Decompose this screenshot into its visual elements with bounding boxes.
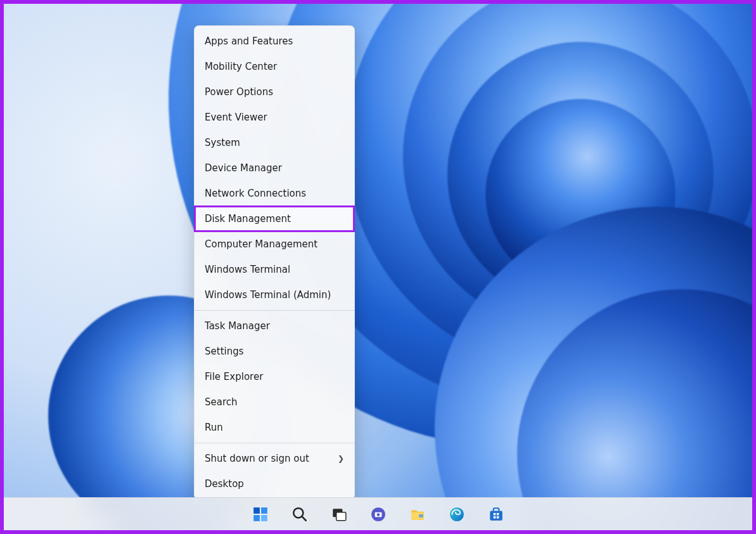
menu-separator	[195, 310, 354, 311]
folder-icon	[409, 506, 426, 523]
microsoft-store-button[interactable]	[482, 502, 510, 527]
svg-line-5	[302, 516, 305, 520]
menu-item-mobility-center[interactable]: Mobility Center	[195, 54, 354, 79]
svg-rect-3	[261, 515, 267, 521]
store-icon	[488, 506, 504, 523]
menu-item-label: Run	[205, 420, 223, 434]
menu-item-label: Windows Terminal (Admin)	[205, 288, 331, 302]
svg-rect-2	[253, 515, 260, 521]
menu-item-label: Event Viewer	[205, 110, 267, 124]
menu-item-label: Shut down or sign out	[205, 452, 309, 466]
chevron-right-icon: ❯	[338, 452, 344, 466]
start-button[interactable]	[247, 502, 274, 527]
winx-context-menu: Apps and Features Mobility Center Power …	[194, 25, 355, 500]
taskbar	[4, 497, 752, 530]
menu-item-file-explorer[interactable]: File Explorer	[195, 364, 354, 389]
menu-item-label: File Explorer	[205, 370, 263, 384]
windows-logo-icon	[252, 506, 269, 523]
menu-item-network-connections[interactable]: Network Connections	[195, 181, 354, 206]
menu-item-label: Power Options	[205, 85, 273, 99]
svg-rect-14	[493, 512, 496, 515]
svg-rect-0	[253, 507, 260, 514]
menu-item-settings[interactable]: Settings	[195, 339, 354, 364]
menu-item-label: Computer Management	[205, 237, 317, 251]
screenshot-frame: Apps and Features Mobility Center Power …	[0, 0, 756, 534]
svg-rect-15	[496, 512, 499, 515]
task-view-icon	[331, 506, 347, 523]
menu-item-disk-management[interactable]: Disk Management	[195, 206, 354, 231]
edge-button[interactable]	[443, 502, 471, 527]
svg-rect-1	[261, 507, 267, 514]
chat-button[interactable]	[364, 502, 392, 527]
menu-item-computer-management[interactable]: Computer Management	[195, 231, 354, 257]
menu-item-label: Disk Management	[205, 212, 291, 226]
menu-item-event-viewer[interactable]: Event Viewer	[195, 105, 354, 130]
menu-item-windows-terminal-admin[interactable]: Windows Terminal (Admin)	[195, 282, 354, 308]
menu-item-windows-terminal[interactable]: Windows Terminal	[195, 257, 354, 282]
menu-item-label: Mobility Center	[205, 60, 277, 74]
svg-rect-13	[490, 511, 503, 520]
menu-item-device-manager[interactable]: Device Manager	[195, 155, 354, 181]
desktop-wallpaper	[4, 4, 752, 530]
menu-separator	[195, 443, 354, 443]
svg-rect-17	[496, 516, 499, 518]
menu-item-label: Search	[205, 395, 238, 409]
menu-item-shut-down-or-sign-out[interactable]: Shut down or sign out ❯	[195, 446, 354, 471]
menu-item-power-options[interactable]: Power Options	[195, 79, 354, 105]
menu-item-task-manager[interactable]: Task Manager	[195, 313, 354, 339]
menu-item-label: Windows Terminal	[205, 263, 290, 277]
menu-item-label: Device Manager	[205, 161, 282, 175]
menu-item-system[interactable]: System	[195, 130, 354, 155]
task-view-button[interactable]	[325, 502, 353, 527]
chat-icon	[370, 506, 387, 523]
menu-item-search[interactable]: Search	[195, 389, 354, 415]
menu-item-run[interactable]: Run	[195, 415, 354, 440]
search-button[interactable]	[286, 502, 314, 527]
menu-item-label: Apps and Features	[205, 34, 293, 48]
menu-item-label: Network Connections	[205, 186, 306, 200]
file-explorer-button[interactable]	[404, 502, 432, 527]
menu-item-desktop[interactable]: Desktop	[195, 471, 354, 497]
svg-rect-7	[336, 512, 345, 520]
svg-rect-16	[493, 516, 496, 518]
svg-rect-11	[419, 514, 423, 518]
menu-item-label: Desktop	[205, 477, 244, 491]
svg-point-10	[376, 513, 380, 516]
menu-item-label: Task Manager	[205, 319, 270, 333]
menu-item-apps-and-features[interactable]: Apps and Features	[195, 29, 354, 54]
search-icon	[292, 506, 308, 523]
edge-icon	[449, 506, 465, 523]
menu-item-label: System	[205, 136, 240, 150]
menu-item-label: Settings	[205, 344, 244, 358]
